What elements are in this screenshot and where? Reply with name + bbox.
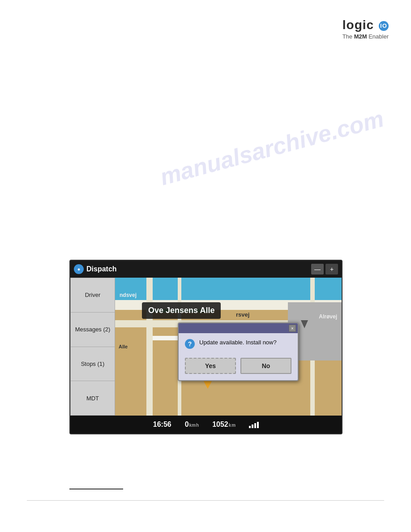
distance-unit: k	[229, 423, 231, 428]
device-topbar: ● Dispatch — +	[70, 261, 342, 278]
speed-sub-unit: h	[196, 423, 199, 428]
signal-bar-4	[257, 422, 259, 428]
bottom-underline	[69, 489, 123, 489]
signal-bar-1	[249, 426, 251, 428]
update-dialog: × ? Update available. Install now? Yes N…	[178, 322, 299, 381]
status-speed: 0 km h	[185, 420, 199, 429]
sidebar-driver-button[interactable]: Driver	[70, 278, 115, 313]
dispatch-title-area: ● Dispatch	[70, 264, 117, 274]
dialog-question-icon: ?	[185, 339, 195, 349]
device-screen: ● Dispatch — + Driver Messages (2) Stops…	[69, 260, 342, 434]
logo-area: logic IO The M2M Enabler	[342, 18, 389, 40]
distance-sub-unit: m	[231, 423, 235, 428]
logo-io-icon: IO	[379, 21, 389, 31]
dialog-yes-button[interactable]: Yes	[185, 358, 236, 374]
device-sidebar: Driver Messages (2) Stops (1) MDT	[70, 278, 115, 416]
map-background: ndsvej Ove Jensens Alle rsvej Alle Alrøv…	[115, 278, 342, 416]
sidebar-stops-button[interactable]: Stops (1)	[70, 347, 115, 382]
sidebar-mdt-button[interactable]: MDT	[70, 381, 115, 416]
minus-button[interactable]: —	[311, 264, 324, 275]
dialog-close-button[interactable]: ×	[289, 325, 296, 332]
plus-button[interactable]: +	[325, 264, 338, 275]
dialog-overlay: × ? Update available. Install now? Yes N…	[115, 278, 342, 416]
dialog-titlebar: ×	[179, 323, 298, 333]
map-area: ndsvej Ove Jensens Alle rsvej Alle Alrøv…	[115, 278, 342, 416]
dialog-no-button[interactable]: No	[240, 358, 291, 374]
signal-bar-2	[252, 425, 253, 428]
dispatch-icon: ●	[74, 264, 84, 274]
speed-unit: km	[189, 423, 196, 428]
device-statusbar: 16:56 0 km h 1052 k m	[70, 416, 342, 433]
topbar-buttons: — +	[311, 264, 342, 275]
signal-bar-3	[254, 423, 256, 428]
watermark: manualsarchive.com	[157, 105, 386, 190]
logo-m2m: M2M	[354, 33, 367, 40]
logo-subtitle: The M2M Enabler	[342, 33, 389, 40]
status-distance: 1052 k m	[212, 420, 235, 429]
sidebar-messages-button[interactable]: Messages (2)	[70, 313, 115, 347]
logo-logic-text: logic	[342, 18, 374, 32]
dialog-message-text: Update available. Install now?	[199, 339, 277, 347]
dialog-buttons: Yes No	[179, 354, 298, 380]
logo-brand: logic IO	[342, 18, 389, 32]
signal-bars	[249, 421, 259, 428]
dialog-content-area: ? Update available. Install now?	[179, 333, 298, 354]
bottom-line-full	[27, 500, 384, 501]
dispatch-label: Dispatch	[86, 265, 117, 273]
status-time: 16:56	[153, 420, 171, 429]
